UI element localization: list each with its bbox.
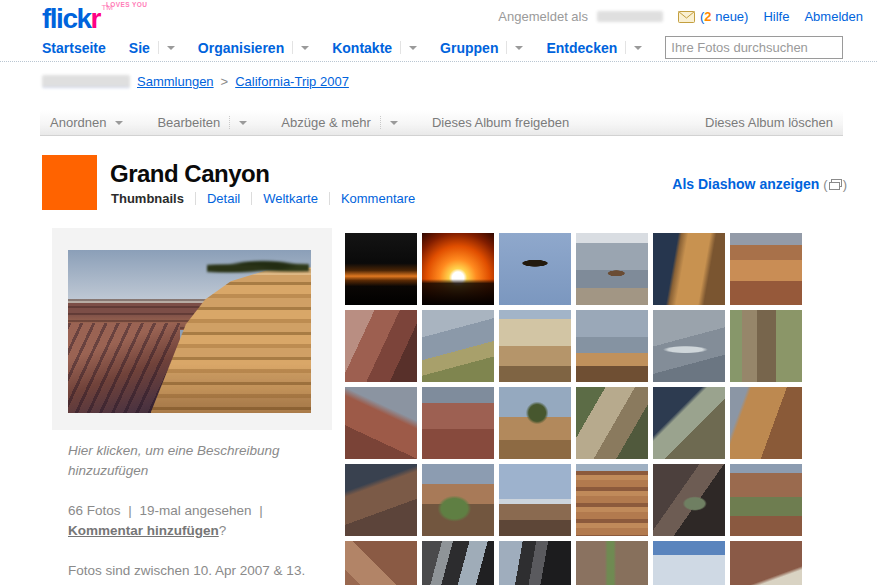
album-date-range: Fotos sind zwischen 10. Apr 2007 & 13. J…: [68, 561, 326, 585]
chevron-down-icon[interactable]: [625, 41, 642, 54]
photo-thumbnail-white-outcrop[interactable]: [730, 541, 802, 585]
help-link[interactable]: Hilfe: [763, 9, 789, 24]
photo-thumbnail-orange-cliff[interactable]: [730, 387, 802, 459]
photo-thumbnail-sky-over-rim[interactable]: [499, 464, 571, 536]
slideshow-link[interactable]: Als Diashow anzeigen: [672, 176, 819, 192]
photo-thumbnail-shadow-ledge[interactable]: [653, 387, 725, 459]
photo-thumbnail-setting-sun[interactable]: [422, 233, 494, 305]
nav-startseite[interactable]: Startseite: [42, 40, 106, 56]
view-count: 19-mal angesehen: [140, 503, 252, 518]
breadcrumb: Sammlungen > California-Trip 2007: [42, 74, 349, 89]
toolbar-anordnen[interactable]: Anordnen: [50, 115, 123, 130]
toolbar-album-loeschen[interactable]: Dieses Album löschen: [705, 115, 833, 130]
nav-entdecken[interactable]: Entdecken: [546, 40, 642, 56]
photo-thumbnail-aerial-river[interactable]: [576, 541, 648, 585]
photo-thumbnail-white-cliff-trees[interactable]: [499, 310, 571, 382]
photo-thumbnail-clouds-over-rim[interactable]: [653, 541, 725, 585]
photo-thumbnail-red-peak[interactable]: [345, 387, 417, 459]
logo-text-flick: flick: [42, 3, 91, 34]
album-description-block: Hier klicken, um eine Beschreibung hinzu…: [68, 441, 326, 585]
photo-thumbnail-hazy-river-canyon[interactable]: [653, 310, 725, 382]
add-comment-link[interactable]: Kommentar hinzufügen: [68, 523, 219, 538]
photo-thumbnail-canyon-vista[interactable]: [730, 464, 802, 536]
comment-suffix: ?: [219, 523, 227, 538]
redacted-photostream-link[interactable]: [42, 75, 130, 88]
breadcrumb-collections-link[interactable]: Sammlungen: [137, 74, 214, 89]
slideshow-row: Als Diashow anzeigen (): [672, 176, 847, 192]
chevron-down-icon[interactable]: [506, 41, 523, 54]
tab-divider: [329, 192, 330, 205]
signed-in-label: Angemeldet als: [498, 9, 588, 24]
envelope-icon: [678, 11, 695, 23]
chevron-down-icon[interactable]: [292, 41, 309, 54]
tab-divider: [251, 192, 252, 205]
photo-thumbnail-canyon-rim-orange[interactable]: [730, 233, 802, 305]
photo-thumbnail-aerial-rocks[interactable]: [345, 541, 417, 585]
tab-thumbnails[interactable]: Thumbnails: [111, 191, 184, 206]
photo-thumbnail-green-cliff[interactable]: [576, 387, 648, 459]
photo-thumbnail-gnarled-tree[interactable]: [730, 310, 802, 382]
chevron-down-icon[interactable]: [380, 116, 398, 129]
photo-thumbnail-sunset-silhouette[interactable]: [345, 233, 417, 305]
photo-thumbnail-inner-gorge[interactable]: [653, 464, 725, 536]
messages-count-wrap: (2 neue): [700, 9, 748, 24]
photo-thumbnail-raptor-over-canyon[interactable]: [576, 233, 648, 305]
photo-thumbnail-red-butte[interactable]: [422, 387, 494, 459]
search-input[interactable]: [665, 36, 843, 59]
toolbar-bearbeiten[interactable]: Bearbeiten: [157, 115, 247, 130]
main-navbar: Startseite Sie Organisieren Kontakte Gru…: [0, 34, 877, 62]
chevron-down-icon[interactable]: [229, 116, 247, 129]
tab-weltkarte[interactable]: Weltkarte: [263, 191, 318, 206]
redacted-username: [597, 11, 663, 22]
album-tabs: Thumbnails Detail Weltkarte Kommentare: [111, 191, 415, 206]
top-header: flickrTM LOVES YOU Angemeldet als (2 neu…: [42, 4, 863, 36]
album-primary-photo[interactable]: [68, 250, 311, 413]
messages-count: 2: [704, 9, 711, 24]
album-set-icon: [42, 155, 97, 210]
account-bar: Angemeldet als (2 neue) Hilfe Abmelden: [498, 9, 863, 24]
thumbnail-grid: [345, 233, 802, 585]
photo-thumbnail-tree-over-canyon[interactable]: [422, 464, 494, 536]
photo-thumbnail-helicopter-headset[interactable]: [499, 541, 571, 585]
logo-tagline: LOVES YOU: [106, 2, 147, 9]
photo-thumbnail-lone-tree-ledge[interactable]: [499, 387, 571, 459]
description-placeholder[interactable]: Hier klicken, um eine Beschreibung hinzu…: [68, 441, 326, 481]
tab-divider: [195, 192, 196, 205]
chevron-down-icon[interactable]: [400, 41, 417, 54]
toolbar-album-freigeben[interactable]: Dieses Album freigeben: [432, 115, 569, 130]
album-toolbar: Anordnen Bearbeiten Abzüge & mehr Dieses…: [40, 110, 843, 136]
slideshow-icon-wrap: (): [823, 177, 847, 192]
photo-thumbnail-cliff-face-shadow[interactable]: [653, 233, 725, 305]
logout-link[interactable]: Abmelden: [804, 9, 863, 24]
breadcrumb-separator: >: [221, 74, 229, 89]
photo-thumbnail-condor-flight[interactable]: [499, 233, 571, 305]
chevron-down-icon[interactable]: [158, 41, 175, 54]
album-stats: 66 Fotos | 19-mal angesehen | Kommentar …: [68, 501, 326, 541]
photo-thumbnail-river-bend-overlook[interactable]: [422, 310, 494, 382]
photo-thumbnail-layered-wall[interactable]: [576, 464, 648, 536]
photo-thumbnail-helicopter-passenger[interactable]: [422, 541, 494, 585]
messages-link[interactable]: (2 neue): [678, 9, 748, 24]
logo-text-r: r: [91, 3, 101, 34]
nav-kontakte[interactable]: Kontakte: [332, 40, 417, 56]
stats-divider: |: [259, 503, 263, 518]
photo-thumbnail-snowy-outcrop[interactable]: [345, 464, 417, 536]
photo-rim-trees: [207, 260, 309, 275]
breadcrumb-current-link[interactable]: California-Trip 2007: [235, 74, 349, 89]
stats-divider: |: [128, 503, 132, 518]
chevron-down-icon[interactable]: [115, 116, 123, 129]
photo-count: 66 Fotos: [68, 503, 121, 518]
album-title: Grand Canyon: [110, 160, 269, 188]
primary-photo-panel: [52, 228, 332, 430]
toolbar-abzuege-mehr[interactable]: Abzüge & mehr: [281, 115, 398, 130]
tab-detail[interactable]: Detail: [207, 191, 240, 206]
nav-gruppen[interactable]: Gruppen: [440, 40, 523, 56]
slideshow-icon: [829, 179, 842, 190]
nav-sie[interactable]: Sie: [129, 40, 175, 56]
photo-thumbnail-red-canyon-wall[interactable]: [345, 310, 417, 382]
flickr-logo[interactable]: flickrTM LOVES YOU: [42, 4, 113, 33]
nav-organisieren[interactable]: Organisieren: [198, 40, 309, 56]
tab-kommentare[interactable]: Kommentare: [341, 191, 415, 206]
photo-thumbnail-rim-viewpoint[interactable]: [576, 310, 648, 382]
